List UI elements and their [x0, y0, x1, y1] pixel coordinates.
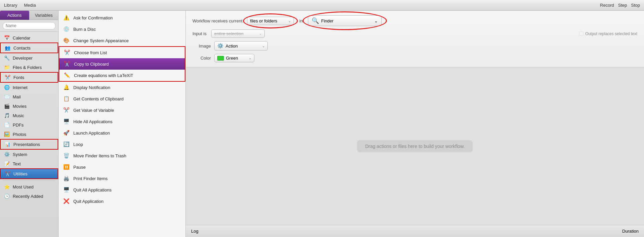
actions-list: ⚠️ Ask for Confirmation 💿 Burn a Disc 🎨 …	[59, 11, 185, 237]
loop-icon: 🔄	[63, 141, 70, 148]
input-type-dropdown[interactable]: files or folders ⌄	[247, 17, 294, 25]
gear-icon: ⚙️	[217, 43, 224, 49]
sidebar-item-calendar[interactable]: 📅 Calendar	[0, 33, 58, 43]
action-label-copy-clipboard: Copy to Clipboard	[74, 62, 109, 67]
sidebar-item-recently-added[interactable]: 🕒 Recently Added	[0, 191, 58, 201]
workflow-canvas: Drag actions or files here to build your…	[186, 67, 644, 225]
sidebar-item-movies[interactable]: 🎬 Movies	[0, 101, 58, 111]
sidebar-label-system: System	[13, 152, 27, 157]
action-launch-app[interactable]: 🚀 Launch Application	[59, 127, 185, 139]
workflow-bottom: Log Duration	[186, 225, 644, 237]
action-label-change-appearance: Change System Appearance	[73, 38, 129, 43]
image-label: Image	[192, 44, 211, 49]
color-chevron: ⌄	[249, 56, 251, 60]
color-swatch	[217, 56, 224, 61]
action-label-burn-disc: Burn a Disc	[73, 27, 96, 32]
color-value: Green	[226, 56, 238, 61]
action-ask-confirmation[interactable]: ⚠️ Ask for Confirmation	[59, 12, 185, 23]
media-menu[interactable]: Media	[24, 3, 36, 8]
contacts-icon: 👥	[4, 45, 11, 51]
sidebar-label-calendar: Calendar	[13, 35, 30, 41]
sidebar-label-most-used: Most Used	[13, 184, 33, 189]
sidebar-item-photos[interactable]: 🖼️ Photos	[0, 130, 58, 139]
sidebar-item-developer[interactable]: 🔧 Developer	[0, 53, 58, 63]
sidebar-item-internet[interactable]: 🌐 Internet	[0, 83, 58, 92]
action-quit-all[interactable]: 🖥️ Quit All Applications	[59, 184, 185, 195]
sidebar-label-developer: Developer	[13, 56, 32, 61]
sidebar-item-utilities[interactable]: ✂️ Utilities	[0, 168, 58, 179]
action-get-clipboard[interactable]: 📋 Get Contents of Clipboard	[59, 93, 185, 104]
action-copy-clipboard[interactable]: ✂️ Copy to Clipboard	[59, 58, 185, 70]
sidebar-label-photos: Photos	[13, 132, 26, 137]
finder-app-icon: 🔍	[312, 17, 319, 24]
sidebar-item-mail[interactable]: ✉️ Mail	[0, 92, 58, 101]
sidebar-item-most-used[interactable]: ⭐ Most Used	[0, 182, 58, 191]
action-display-notification[interactable]: 🔔 Display Notification	[59, 82, 185, 93]
photos-icon: 🖼️	[3, 131, 10, 138]
search-input[interactable]	[3, 22, 56, 29]
action-label-display-notification: Display Notification	[73, 85, 110, 90]
action-hide-all[interactable]: 🖥️ Hide All Applications	[59, 116, 185, 127]
library-menu[interactable]: Library	[4, 3, 17, 8]
sidebar-label-movies: Movies	[13, 104, 26, 109]
action-label-quit-app: Quit Application	[73, 199, 103, 204]
action-quit-app[interactable]: ❌ Quit Application	[59, 195, 185, 207]
tab-variables[interactable]: Variables	[29, 11, 59, 20]
text-icon: 📝	[3, 160, 10, 167]
action-pause[interactable]: ⏸️ Pause	[59, 161, 185, 173]
drag-hint: Drag actions or files here to build your…	[357, 140, 473, 152]
output-replaces-checkbox[interactable]	[579, 31, 583, 36]
image-dropdown[interactable]: ⚙️ Action ⌄	[214, 41, 268, 51]
action-loop[interactable]: 🔄 Loop	[59, 139, 185, 150]
action-label-hide-all: Hide All Applications	[73, 119, 112, 124]
sidebar-list: 📅 Calendar 👥 Contacts 🔧 Developer 📁 File…	[0, 32, 58, 237]
internet-icon: 🌐	[3, 84, 10, 91]
utilities-icon: ✂️	[4, 170, 11, 177]
in-label: in	[299, 18, 303, 23]
action-move-trash[interactable]: 🗑️ Move Finder Items to Trash	[59, 150, 185, 161]
sidebar-label-text: Text	[13, 161, 21, 166]
action-choose-list[interactable]: ✂️ Choose from List	[59, 46, 185, 58]
input-is-label: Input is	[192, 31, 207, 36]
step-button[interactable]: Step	[618, 3, 627, 8]
system-icon: ⚙️	[3, 151, 10, 158]
action-get-variable[interactable]: ✂️ Get Value of Variable	[59, 104, 185, 116]
sidebar-item-files-folders[interactable]: 📁 Files & Folders	[0, 63, 58, 72]
action-label-choose-list: Choose from List	[74, 50, 107, 55]
action-label-create-latex: Create equations with LaTeXiT	[74, 73, 133, 78]
sidebar-item-fonts[interactable]: ✂️ Fonts	[0, 72, 58, 83]
record-button[interactable]: Record	[600, 3, 614, 8]
sidebar-item-system[interactable]: ⚙️ System	[0, 150, 58, 159]
sidebar-label-internet: Internet	[13, 85, 27, 90]
tab-actions[interactable]: Actions	[0, 11, 29, 20]
print-items-icon: 🖨️	[63, 175, 70, 182]
action-burn-disc[interactable]: 💿 Burn a Disc	[59, 23, 185, 35]
choose-list-icon: ✂️	[63, 49, 71, 56]
movies-icon: 🎬	[3, 103, 10, 109]
sidebar-item-presentations[interactable]: 📊 Presentations	[0, 139, 58, 150]
action-label-get-variable: Get Value of Variable	[73, 108, 114, 113]
sidebar-item-pdfs[interactable]: 📄 PDFs	[0, 120, 58, 130]
quit-app-icon: ❌	[63, 198, 70, 205]
app-dropdown[interactable]: 🔍 Finder ⌄	[308, 15, 382, 26]
input-type-value: files or folders	[250, 18, 277, 23]
output-replaces-label[interactable]: Output replaces selected text	[579, 31, 637, 36]
sidebar-label-fonts: Fonts	[13, 75, 24, 80]
duration-label: Duration	[622, 229, 639, 234]
input-is-dropdown[interactable]: entire selection ⌄	[211, 29, 265, 38]
input-is-value: entire selection	[214, 31, 243, 36]
sidebar-item-contacts[interactable]: 👥 Contacts	[0, 43, 58, 53]
sidebar-item-text[interactable]: 📝 Text	[0, 159, 58, 168]
color-dropdown[interactable]: Green ⌄	[214, 54, 254, 62]
input-type-chevron: ⌄	[288, 19, 291, 23]
action-change-appearance[interactable]: 🎨 Change System Appearance	[59, 35, 185, 46]
image-value: Action	[226, 44, 238, 49]
sidebar-item-music[interactable]: 🎵 Music	[0, 111, 58, 120]
action-create-latex[interactable]: ✏️ Create equations with LaTeXiT	[59, 70, 185, 82]
music-icon: 🎵	[3, 112, 10, 119]
action-print-items[interactable]: 🖨️ Print Finder Items	[59, 173, 185, 184]
action-label-print-items: Print Finder Items	[73, 176, 108, 181]
action-label-ask-confirmation: Ask for Confirmation	[73, 15, 113, 20]
stop-button[interactable]: Stop	[631, 3, 640, 8]
sidebar-label-files-folders: Files & Folders	[13, 65, 42, 70]
